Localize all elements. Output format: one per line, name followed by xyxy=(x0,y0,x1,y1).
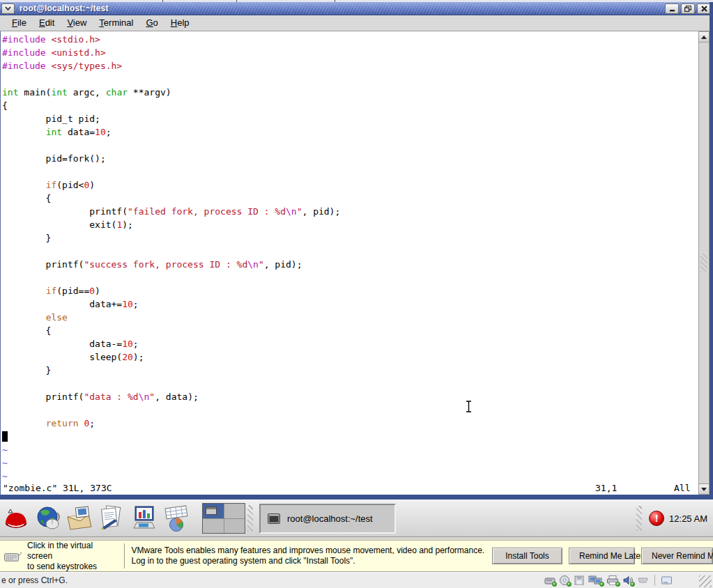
window-titlebar[interactable]: root@localhost:~/test xyxy=(0,2,713,15)
printer-icon[interactable] xyxy=(606,575,620,586)
terminal-icon xyxy=(268,513,280,524)
workspace-1[interactable] xyxy=(203,504,224,518)
vim-tilde-line: ~ xyxy=(2,456,697,470)
sound-icon[interactable] xyxy=(622,575,634,586)
code-line: { xyxy=(2,324,697,337)
code-line: exit(1); xyxy=(2,218,697,231)
code-line xyxy=(2,271,697,284)
code-line xyxy=(2,165,697,178)
workspace-switcher[interactable] xyxy=(202,503,245,534)
close-button[interactable] xyxy=(697,3,711,14)
code-line: } xyxy=(2,430,697,443)
code-line: { xyxy=(2,99,697,112)
code-line: data+=10; xyxy=(2,297,697,311)
task-button-terminal[interactable]: root@localhost:~/test xyxy=(259,504,396,534)
code-line: #include <unistd.h> xyxy=(2,46,697,59)
install-tools-button[interactable]: Install Tools xyxy=(492,548,562,564)
never-remind-me-button[interactable]: Never Remind Me xyxy=(641,548,713,564)
code-line: if(pid==0) xyxy=(2,284,697,297)
terminal-scrollbar[interactable] xyxy=(698,31,710,495)
panel-drag-handle[interactable] xyxy=(247,505,253,532)
hard-disk-icon[interactable] xyxy=(544,575,556,586)
close-icon xyxy=(701,6,707,12)
code-line xyxy=(2,139,697,152)
cdrom-icon[interactable] xyxy=(559,575,571,586)
serial-port-icon[interactable] xyxy=(637,575,649,586)
menu-help[interactable]: Help xyxy=(164,16,196,30)
code-line: } xyxy=(2,364,697,377)
statusbar-separator xyxy=(654,575,655,586)
code-line: int main(int argc, char **argv) xyxy=(2,86,697,99)
spreadsheet-icon xyxy=(160,504,192,532)
redhat-icon xyxy=(2,504,30,532)
email-launcher[interactable] xyxy=(64,502,96,534)
terminal-screen[interactable]: #include <stdio.h>#include <unistd.h>#in… xyxy=(0,31,710,495)
code-line: data-=10; xyxy=(2,337,697,350)
window-resize-grip[interactable] xyxy=(699,575,712,587)
scrollbar-down-button[interactable] xyxy=(699,483,709,494)
menu-terminal[interactable]: Terminal xyxy=(93,16,139,30)
menu-view[interactable]: View xyxy=(61,16,93,30)
alert-notification-icon[interactable]: ! xyxy=(649,511,664,526)
presentation-launcher[interactable] xyxy=(128,502,160,534)
code-line xyxy=(2,403,697,417)
keyboard-icon xyxy=(4,551,22,562)
maximize-button[interactable] xyxy=(681,3,695,14)
device-connected-dot xyxy=(567,582,572,587)
web-browser-launcher[interactable] xyxy=(32,502,64,534)
window-frame-bottom[interactable] xyxy=(0,495,713,500)
vmware-tools-bar: Click in the virtual screen to send keys… xyxy=(0,540,713,572)
mouse-ibeam-cursor xyxy=(466,401,472,415)
code-line: printf("data : %d\n", data); xyxy=(2,390,697,403)
task-button-label: root@localhost:~/test xyxy=(287,513,373,524)
scrollbar-thumb-grip[interactable] xyxy=(700,254,707,272)
code-line: printf("failed fork, process ID : %d\n",… xyxy=(2,205,697,218)
code-area: #include <stdio.h>#include <unistd.h>#in… xyxy=(2,33,697,483)
gnome-panel: root@localhost:~/test ! 12:25 AM xyxy=(0,500,713,537)
window-menu-button[interactable] xyxy=(1,3,15,14)
remind-me-later-button[interactable]: Remind Me Later xyxy=(569,548,635,564)
menu-edit[interactable]: Edit xyxy=(33,16,61,30)
menu-file[interactable]: File xyxy=(6,16,33,30)
workspace-2[interactable] xyxy=(224,504,245,518)
code-line: else xyxy=(2,311,697,324)
device-connected-dot xyxy=(615,582,620,587)
menu-bar: FileEditViewTerminalGoHelp xyxy=(0,15,713,31)
code-line: { xyxy=(2,192,697,205)
code-line: sleep(20); xyxy=(2,350,697,364)
word-processor-launcher[interactable] xyxy=(96,502,128,534)
code-line: return 0; xyxy=(2,417,697,430)
chevron-down-icon xyxy=(5,6,11,10)
code-line: printf("success fork, process ID : %d\n"… xyxy=(2,258,697,271)
minimize-button[interactable] xyxy=(665,3,679,14)
arrow-up-icon xyxy=(701,36,707,39)
maximize-icon xyxy=(684,6,691,12)
workspace-window-thumbnail xyxy=(206,506,217,515)
window-title: root@localhost:~/test xyxy=(20,3,109,13)
presentation-icon xyxy=(130,504,159,532)
web-browser-icon xyxy=(33,504,63,532)
arrow-down-icon xyxy=(701,488,707,491)
floppy-icon[interactable] xyxy=(574,575,585,586)
vmware-hint-text: Click in the virtual screen to send keys… xyxy=(27,541,116,572)
code-line: } xyxy=(2,231,697,245)
code-line: pid_t pid; xyxy=(2,112,697,125)
panel-drag-handle[interactable] xyxy=(636,506,642,531)
window-frame-right[interactable] xyxy=(710,2,713,500)
vim-status-message: "zombie.c" 31L, 373C xyxy=(3,481,112,495)
redhat-menu-button[interactable] xyxy=(0,502,32,534)
spreadsheet-launcher[interactable] xyxy=(160,502,192,534)
network-icon[interactable] xyxy=(588,575,604,586)
minimize-icon xyxy=(669,6,675,12)
device-connected-dot xyxy=(552,582,557,587)
word-processor-icon xyxy=(97,504,128,532)
scrollbar-up-button[interactable] xyxy=(699,32,709,42)
menu-go[interactable]: Go xyxy=(139,16,164,30)
vim-ruler-scroll: All xyxy=(674,481,690,495)
panel-clock[interactable]: 12:25 AM xyxy=(669,513,710,524)
workspace-3[interactable] xyxy=(203,519,224,534)
code-line: int data=10; xyxy=(2,125,697,139)
code-line xyxy=(2,72,697,86)
workspace-4[interactable] xyxy=(224,519,245,534)
message-log-icon[interactable] xyxy=(661,575,673,586)
